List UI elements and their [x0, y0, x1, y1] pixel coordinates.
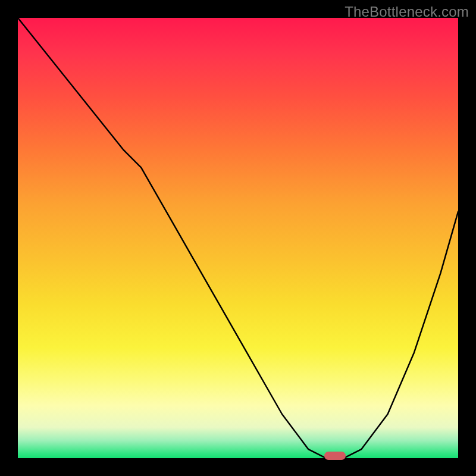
optimal-point-marker [324, 452, 346, 460]
plot-area [18, 18, 458, 458]
bottleneck-curve [18, 18, 458, 458]
chart-frame: TheBottleneck.com [0, 0, 476, 476]
